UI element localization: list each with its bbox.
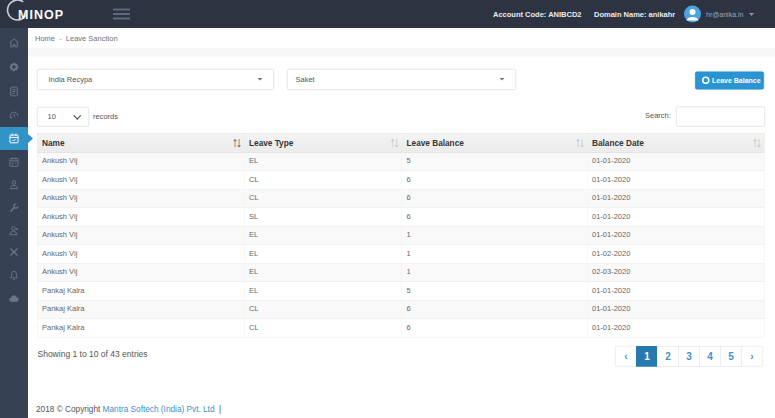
- svg-text:MINOP: MINOP: [18, 8, 64, 22]
